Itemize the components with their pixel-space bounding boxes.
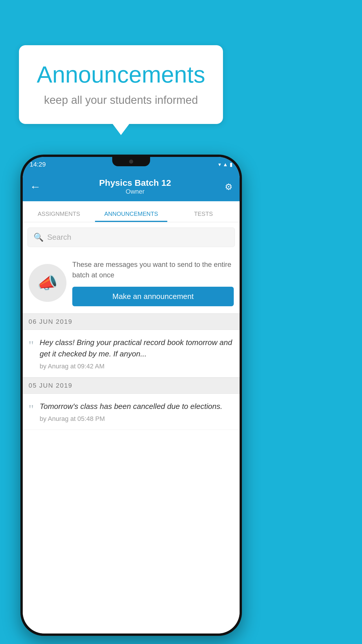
camera <box>129 160 133 164</box>
phone-notch <box>112 157 150 166</box>
search-placeholder: Search <box>47 233 71 242</box>
date-section-1: 06 JUN 2019 <box>23 314 240 330</box>
announcement-item-1: " Hey class! Bring your practical record… <box>23 330 240 377</box>
wifi-icon: ▾ <box>218 161 221 168</box>
search-icon: 🔍 <box>34 232 44 242</box>
bubble-subtitle: keep all your students informed <box>34 94 208 106</box>
promo-description: These are messages you want to send to t… <box>72 259 234 280</box>
bubble-title: Announcements <box>34 61 208 88</box>
search-bar[interactable]: 🔍 Search <box>27 228 235 247</box>
date-section-2: 05 JUN 2019 <box>23 377 240 394</box>
back-button[interactable]: ← <box>30 181 41 193</box>
promo-right: These are messages you want to send to t… <box>72 259 234 306</box>
tab-assignments[interactable]: ASSIGNMENTS <box>23 211 95 222</box>
app-bar-subtitle: Owner <box>45 188 225 195</box>
megaphone-icon: 📣 <box>37 273 58 293</box>
speech-bubble: Announcements keep all your students inf… <box>19 45 223 124</box>
promo-icon-circle: 📣 <box>29 264 66 302</box>
phone-frame: 14:29 ▾ ▲ ▮ ← Physics Batch 12 Owner ⚙ A… <box>20 155 242 636</box>
app-bar-title: Physics Batch 12 <box>45 178 225 188</box>
signal-icon: ▲ <box>223 162 228 168</box>
announcement-content-2: Tomorrow's class has been cancelled due … <box>40 401 234 423</box>
announcement-meta-2: by Anurag at 05:48 PM <box>40 415 234 423</box>
app-bar-center: Physics Batch 12 Owner <box>45 178 225 195</box>
app-bar: ← Physics Batch 12 Owner ⚙ <box>23 172 240 201</box>
status-time: 14:29 <box>30 161 46 168</box>
tab-announcements[interactable]: ANNOUNCEMENTS <box>95 211 167 222</box>
announcement-content-1: Hey class! Bring your practical record b… <box>40 337 234 370</box>
tabs-bar: ASSIGNMENTS ANNOUNCEMENTS TESTS <box>23 201 240 222</box>
promo-card: 📣 These are messages you want to send to… <box>23 252 240 314</box>
announcement-item-2: " Tomorrow's class has been cancelled du… <box>23 394 240 430</box>
make-announcement-button[interactable]: Make an announcement <box>72 287 234 306</box>
battery-icon: ▮ <box>230 161 233 168</box>
tab-tests[interactable]: TESTS <box>167 211 240 222</box>
status-icons: ▾ ▲ ▮ <box>218 161 233 168</box>
phone-screen: 14:29 ▾ ▲ ▮ ← Physics Batch 12 Owner ⚙ A… <box>23 157 240 634</box>
quote-icon-1: " <box>29 339 34 352</box>
announcement-text-1: Hey class! Bring your practical record b… <box>40 337 234 360</box>
settings-button[interactable]: ⚙ <box>225 182 233 192</box>
announcement-meta-1: by Anurag at 09:42 AM <box>40 363 234 370</box>
quote-icon-2: " <box>29 403 34 416</box>
announcement-text-2: Tomorrow's class has been cancelled due … <box>40 401 234 412</box>
content-area: 🔍 Search 📣 These are messages you want t… <box>23 222 240 634</box>
